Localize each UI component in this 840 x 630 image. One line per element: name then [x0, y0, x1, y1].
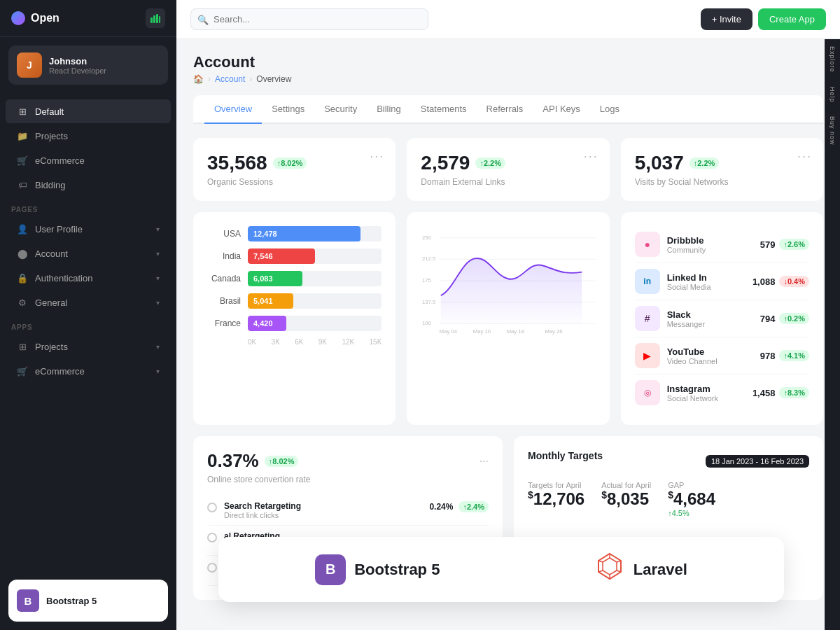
- target-value: $12,706: [528, 489, 584, 509]
- help-label[interactable]: Help: [829, 80, 836, 110]
- sidebar-item-user-profile[interactable]: 👤 User Profile ▾: [6, 217, 171, 241]
- sidebar-item-label: General: [35, 298, 67, 308]
- svg-rect-1: [153, 15, 155, 23]
- target-value: $8,035: [601, 489, 651, 509]
- svg-text:100: 100: [422, 320, 431, 326]
- tab-api-keys[interactable]: API Keys: [533, 95, 589, 124]
- tab-referrals[interactable]: Referrals: [477, 95, 533, 124]
- tab-billing[interactable]: Billing: [367, 95, 411, 124]
- bar-row-france: France 4,420: [207, 316, 382, 331]
- create-app-button[interactable]: Create App: [758, 8, 826, 30]
- more-icon[interactable]: ···: [479, 455, 489, 468]
- social-type: Messanger: [667, 320, 705, 328]
- bar-container: 7,546: [248, 248, 382, 264]
- chart-icon[interactable]: [146, 8, 165, 28]
- laravel-icon: [594, 551, 625, 588]
- more-icon[interactable]: ···: [584, 149, 598, 164]
- sidebar-item-label: Account: [35, 248, 68, 259]
- svg-text:175: 175: [422, 277, 431, 284]
- svg-marker-19: [603, 558, 617, 575]
- social-badge: ↑2.6%: [779, 239, 809, 250]
- sidebar-item-authentication[interactable]: 🔒 Authentication ▾: [6, 266, 171, 290]
- promo-overlay: B Bootstrap 5 Laravel: [218, 537, 784, 602]
- social-row-dribbble: ● Dribbble Community 579 ↑2.6%: [635, 226, 809, 263]
- tab-overview[interactable]: Overview: [204, 95, 262, 124]
- svg-rect-2: [156, 14, 158, 23]
- retarget-circle: [207, 563, 217, 573]
- line-chart-card: 250 212.5 175 137.5 100 May 0: [407, 212, 609, 425]
- sidebar-item-general[interactable]: ⚙ General ▾: [6, 290, 171, 314]
- stat-label: Organic Sessions: [207, 177, 382, 187]
- promo-bootstrap: B Bootstrap 5: [315, 554, 440, 585]
- bar-container: 4,420: [248, 316, 382, 331]
- grid-icon: ⊞: [17, 106, 28, 117]
- svg-text:212.5: 212.5: [422, 255, 435, 262]
- user-role: React Developer: [49, 66, 106, 75]
- bar-chart-card: USA 12,478 India 7,546 Canada 6,083: [193, 212, 396, 425]
- shop-icon: 🛒: [17, 365, 28, 377]
- sidebar-header: Open: [0, 0, 176, 37]
- instagram-icon: ◎: [635, 380, 660, 405]
- tab-settings[interactable]: Settings: [262, 95, 314, 124]
- buy-now-label[interactable]: Buy now: [829, 109, 836, 153]
- sidebar-item-bidding[interactable]: 🏷 Bidding: [6, 173, 171, 197]
- explore-label[interactable]: Explore: [829, 39, 836, 80]
- more-icon[interactable]: ···: [797, 149, 812, 164]
- retarget-sub: Direct link clicks: [224, 511, 301, 519]
- bar-france: 4,420: [248, 316, 286, 331]
- sidebar-item-ecommerce[interactable]: 🛒 eCommerce: [6, 148, 171, 172]
- sidebar-item-projects[interactable]: 📁 Projects: [6, 124, 171, 148]
- tag-icon: 🏷: [17, 179, 28, 190]
- tab-statements[interactable]: Statements: [411, 95, 477, 124]
- bar-row-canada: Canada 6,083: [207, 271, 382, 286]
- settings-icon: ⚙: [17, 297, 28, 308]
- app-logo: Open: [11, 11, 59, 25]
- breadcrumb: 🏠 › Account › Overview: [193, 74, 823, 84]
- sidebar-item-account[interactable]: ⬤ Account ▾: [6, 241, 171, 265]
- bar-brasil: 5,041: [248, 293, 293, 309]
- page-header: Account 🏠 › Account › Overview: [193, 53, 823, 84]
- sidebar-item-default[interactable]: ⊞ Default: [6, 99, 171, 123]
- social-type: Social Network: [667, 394, 718, 402]
- sidebar-item-ecommerce-app[interactable]: 🛒 eCommerce ▾: [6, 359, 171, 383]
- topbar: 🔍 + Invite Create App: [176, 0, 840, 39]
- invite-button[interactable]: + Invite: [701, 8, 752, 30]
- shop-icon: 🛒: [17, 155, 28, 166]
- sidebar-nav: ⊞ Default 📁 Projects 🛒 eCommerce 🏷 Biddi…: [0, 93, 176, 571]
- side-panel: Explore Help Buy now: [825, 39, 840, 630]
- search-icon: 🔍: [197, 14, 209, 24]
- search-input[interactable]: [190, 8, 428, 30]
- more-icon[interactable]: ···: [370, 149, 384, 164]
- chevron-down-icon: ▾: [156, 368, 160, 375]
- bootstrap-label: Bootstrap 5: [354, 561, 440, 579]
- lock-icon: 🔒: [17, 272, 28, 284]
- sidebar-item-projects-app[interactable]: ⊞ Projects ▾: [6, 335, 171, 358]
- chevron-down-icon: ▾: [156, 299, 160, 307]
- svg-rect-0: [150, 18, 153, 23]
- sidebar-item-label: Projects: [35, 131, 68, 141]
- social-name: Instagram: [667, 384, 718, 394]
- svg-text:May 04: May 04: [440, 328, 458, 335]
- stat-domain: ··· 2,579 ↑2.2% Domain External Links: [407, 138, 609, 201]
- social-type: Video Channel: [667, 357, 718, 365]
- target-gap: GAP $4,684 ↑4.5%: [668, 481, 715, 517]
- bar-container: 12,478: [248, 226, 382, 241]
- conv-header: 0.37% ↑8.02% ···: [207, 450, 489, 472]
- social-name: Slack: [667, 309, 705, 320]
- social-name: Dribbble: [667, 235, 706, 246]
- retarget-name: Search Retargeting: [224, 501, 301, 511]
- svg-text:137.5: 137.5: [422, 299, 435, 305]
- tab-security[interactable]: Security: [314, 95, 367, 124]
- targets-title: Monthly Targets: [528, 450, 603, 461]
- bootstrap-logo: B: [17, 589, 39, 612]
- stat-value: 5,037 ↑2.2%: [635, 152, 809, 174]
- breadcrumb-account[interactable]: Account: [215, 74, 245, 84]
- logo-dot: [11, 11, 25, 25]
- tab-logs[interactable]: Logs: [590, 95, 629, 124]
- target-label: GAP: [668, 481, 715, 489]
- bar-row-usa: USA 12,478: [207, 226, 382, 241]
- chevron-down-icon: ▾: [156, 274, 160, 282]
- user-card[interactable]: J Johnson React Developer: [8, 46, 168, 85]
- sidebar-item-label: Authentication: [35, 273, 92, 284]
- home-icon: 🏠: [193, 74, 204, 84]
